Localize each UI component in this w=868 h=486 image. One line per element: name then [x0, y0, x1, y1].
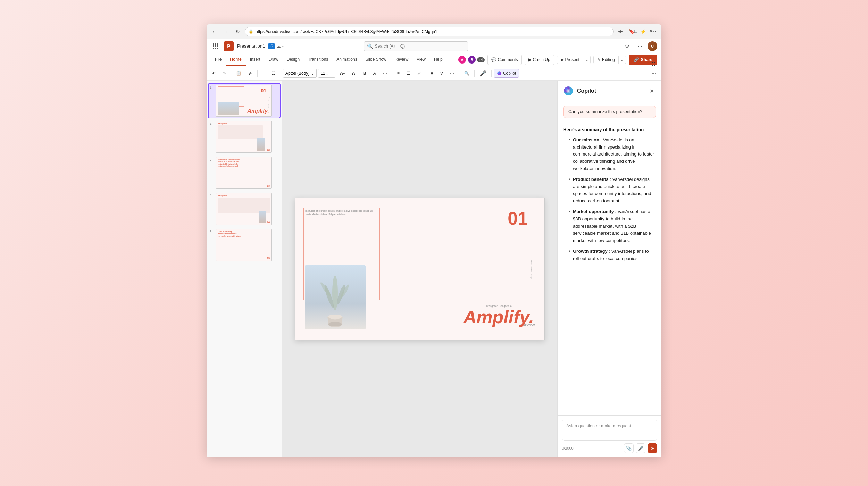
text-align-button[interactable]: ⇄	[415, 69, 424, 78]
address-bar[interactable]: 🔒 https://onedrive.live.com/:w:/t/EaCKkP…	[245, 27, 614, 36]
slide-layout-button[interactable]: ☷	[269, 69, 278, 78]
slide-main: The fusion of premium content and pro-ac…	[282, 81, 557, 457]
slide-thumb-1[interactable]: 1 01 Amplify. VA Shared Design	[209, 84, 280, 118]
copilot-summary-list: Our mission : VanArsdel is an architectu…	[563, 136, 656, 262]
maximize-button[interactable]: □	[628, 26, 643, 36]
present-button-group: ▶ Present ⌄	[557, 56, 591, 64]
slide-number-2: 2	[210, 122, 214, 125]
tab-animations[interactable]: Animations	[332, 53, 361, 66]
protected-badge: 🛡	[268, 43, 275, 49]
copilot-mic-button[interactable]: 🎤	[636, 443, 645, 453]
editing-button-group: ✎ Editing ⌄	[593, 56, 626, 64]
app-grid-button[interactable]	[211, 41, 220, 51]
copilot-char-count: 0/2000	[562, 446, 574, 450]
settings-button[interactable]: ⚙	[623, 41, 632, 51]
copilot-content: Here's a summary of the presentation: Ou…	[558, 122, 661, 415]
svg-rect-1	[215, 43, 216, 45]
more-options-button[interactable]: ⋯	[635, 41, 645, 51]
arrange-button[interactable]: ∇	[437, 69, 446, 78]
slide-thumb-5[interactable]: 5 Focus is achievingthe level of concent…	[209, 228, 280, 262]
copilot-logo-icon	[563, 86, 574, 96]
shapes-button[interactable]: ■	[428, 69, 436, 78]
copilot-send-button[interactable]: ➤	[648, 443, 657, 453]
designer-button[interactable]: ☷	[649, 60, 658, 69]
dictate-button[interactable]: 🎤	[477, 69, 489, 78]
search-area: 🔍	[364, 41, 468, 51]
present-main-button[interactable]: ▶ Present	[557, 56, 583, 64]
search-input[interactable]	[375, 44, 465, 49]
copilot-input[interactable]: Ask a question or make a request.	[562, 420, 657, 441]
numbered-list-button[interactable]: ☰	[404, 69, 413, 78]
undo-button[interactable]: ↶	[209, 69, 218, 78]
slide-thumb-2[interactable]: 2 Intelligence 02	[209, 120, 280, 154]
increase-font-button[interactable]: A+	[337, 69, 348, 78]
tab-help[interactable]: Help	[430, 53, 447, 66]
tab-transitions[interactable]: Transitions	[304, 53, 332, 66]
svg-rect-5	[217, 45, 218, 47]
user-avatar[interactable]: U	[648, 41, 657, 51]
tab-home[interactable]: Home	[226, 53, 245, 66]
copilot-input-placeholder: Ask a question or make a request.	[566, 424, 632, 428]
svg-rect-2	[217, 43, 218, 45]
tab-draw[interactable]: Draw	[265, 53, 283, 66]
more-right-button[interactable]: ⋯	[649, 69, 659, 78]
editing-dropdown-button[interactable]: ⌄	[618, 56, 626, 64]
slide-number-4: 4	[210, 194, 214, 198]
bold-button[interactable]: B	[360, 69, 369, 78]
editing-main-button[interactable]: ✎ Editing	[594, 56, 618, 64]
lock-icon: 🔒	[249, 29, 253, 34]
share-icon: 🔗	[634, 57, 639, 62]
redo-button[interactable]: ↷	[220, 69, 229, 78]
slide-number-1: 1	[210, 85, 214, 89]
tab-insert[interactable]: Insert	[246, 53, 265, 66]
slide-amplify-big: Amplify.	[464, 308, 534, 326]
more-format-button[interactable]: ⋯	[447, 69, 457, 78]
new-slide-button[interactable]: +	[260, 69, 268, 78]
tab-review[interactable]: Review	[391, 53, 412, 66]
minimize-button[interactable]: —	[613, 26, 628, 36]
svg-rect-6	[213, 48, 214, 49]
find-button[interactable]: 🔍	[461, 69, 472, 78]
close-window-button[interactable]: ✕	[643, 26, 659, 36]
present-dropdown-button[interactable]: ⌄	[583, 56, 590, 64]
slide-thumb-4[interactable]: 4 Intelligence 04	[209, 192, 280, 226]
slide-thumb-3[interactable]: 3 Personalized experiences aretailored t…	[209, 156, 280, 190]
collab-avatar-2[interactable]: B	[467, 55, 476, 64]
svg-rect-0	[213, 43, 214, 45]
copilot-bullet-4: Growth strategy : VanArsdel plans to rol…	[569, 248, 656, 262]
copilot-attach-button[interactable]: 📎	[624, 443, 634, 453]
slide-preview-1: 01 Amplify. VA Shared Design	[216, 85, 272, 117]
font-size-selector[interactable]: 11 ⌄	[318, 69, 335, 78]
tab-view[interactable]: View	[412, 53, 430, 66]
tab-file[interactable]: File	[211, 53, 226, 66]
slide-vertical-text: Pst VA Shared Design	[531, 259, 533, 279]
copilot-toolbar-button[interactable]: Copilot	[494, 69, 519, 78]
font-name-label: Aptos (Body)	[285, 71, 309, 76]
refresh-button[interactable]: ↻	[233, 27, 243, 36]
bullets-button[interactable]: ≡	[394, 69, 402, 78]
back-button[interactable]: ←	[209, 27, 219, 36]
decrease-font-button[interactable]: A-	[349, 69, 359, 78]
svg-rect-8	[217, 48, 218, 49]
slide-preview-5: Focus is achievingthe level of concentra…	[216, 229, 272, 261]
copilot-close-button[interactable]: ✕	[648, 87, 656, 95]
more-text-button[interactable]: ⋯	[380, 69, 390, 78]
catch-up-button[interactable]: ▶ Catch Up	[525, 55, 554, 65]
paste-button[interactable]: 📋	[233, 69, 244, 78]
format-painter-button[interactable]: 🖌	[245, 69, 255, 78]
save-status-badge[interactable]: ☁ ⌄	[276, 43, 285, 49]
search-icon: 🔍	[367, 43, 373, 49]
comments-button[interactable]: 💬 Comments	[487, 55, 522, 65]
forward-button[interactable]: →	[221, 27, 231, 36]
collab-avatar-count[interactable]: +4	[477, 57, 484, 62]
copilot-suggestion-chip[interactable]: Can you summarize this presentation?	[563, 106, 656, 118]
copilot-title: Copilot	[577, 88, 644, 94]
tab-slide-show[interactable]: Slide Show	[361, 53, 391, 66]
font-selector[interactable]: Aptos (Body) ⌄	[283, 69, 317, 78]
tab-design[interactable]: Design	[283, 53, 304, 66]
copilot-bullet-2: Product benefits : VanArsdel designs are…	[569, 176, 656, 205]
collab-avatar-1[interactable]: A	[458, 55, 467, 64]
font-color-button[interactable]: A	[370, 69, 379, 78]
slide-number-5: 5	[210, 230, 214, 234]
slide-canvas[interactable]: The fusion of premium content and pro-ac…	[295, 198, 545, 340]
